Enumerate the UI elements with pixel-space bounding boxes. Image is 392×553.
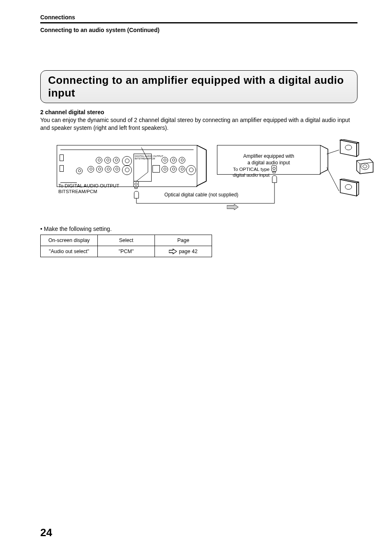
player-depth-icon xyxy=(196,145,207,187)
amplifier-label-2: a digital audio input xyxy=(247,160,290,166)
table-cell-osd: "Audio out select" xyxy=(41,246,98,257)
table-cell-page-text: page 42 xyxy=(179,249,197,254)
svg-point-17 xyxy=(345,145,352,150)
svg-marker-18 xyxy=(357,159,373,174)
svg-marker-25 xyxy=(169,249,177,254)
amplifier-label-1: Amplifier equipped with xyxy=(243,153,294,160)
player-rear-panel: DIGITAL AUDIO OUTPUT BITSTREAM/PCM xyxy=(57,145,197,187)
table-row: "Audio out select" "PCM" page 42 xyxy=(41,246,212,257)
settings-note: • Make the following setting. xyxy=(40,226,357,232)
svg-point-11 xyxy=(273,167,275,170)
signal-direction-arrow-icon xyxy=(227,204,238,210)
svg-marker-13 xyxy=(227,204,238,210)
table-row: On-screen display Select Page xyxy=(41,235,212,246)
table-header-osd: On-screen display xyxy=(41,235,98,246)
leader-line-icon xyxy=(133,147,150,184)
svg-marker-23 xyxy=(340,179,359,183)
svg-line-3 xyxy=(196,145,206,150)
subsection-header: Connecting to an audio system (Continued… xyxy=(40,27,357,33)
page-number: 24 xyxy=(40,526,52,539)
svg-point-19 xyxy=(361,163,369,170)
paragraph-body: You can enjoy the dynamic sound of 2 cha… xyxy=(40,116,357,132)
section-title-box: Connecting to an amplifier equipped with… xyxy=(40,70,357,103)
table-header-select: Select xyxy=(98,235,155,246)
speaker-icon xyxy=(339,179,359,197)
running-header: Connections xyxy=(40,14,357,21)
paragraph-heading: 2 channel digital stereo xyxy=(40,109,357,115)
optical-jack-icon xyxy=(271,165,277,173)
player-output-label-1: To DIGITAL AUDIO OUTPUT xyxy=(58,183,119,188)
svg-marker-22 xyxy=(357,182,359,196)
amp-input-label-2: digital audio input xyxy=(233,173,270,177)
svg-marker-15 xyxy=(357,143,359,157)
page-arrow-icon xyxy=(169,249,177,254)
svg-rect-12 xyxy=(273,171,275,173)
section-title: Connecting to an amplifier equipped with… xyxy=(48,74,350,99)
amp-input-label-1: To OPTICAL type xyxy=(233,167,270,172)
subwoofer-icon xyxy=(356,158,374,175)
table-cell-page: page 42 xyxy=(155,246,212,257)
connection-diagram: DIGITAL AUDIO OUTPUT BITSTREAM/PCM xyxy=(57,139,374,213)
svg-point-24 xyxy=(345,184,352,189)
cable-label: Optical digital cable (not supplied) xyxy=(164,192,238,198)
settings-table: On-screen display Select Page "Audio out… xyxy=(40,235,212,258)
svg-point-20 xyxy=(363,165,367,168)
table-header-page: Page xyxy=(155,235,212,246)
svg-rect-10 xyxy=(272,166,277,171)
svg-marker-14 xyxy=(340,140,357,157)
speaker-icon xyxy=(339,139,359,157)
svg-marker-16 xyxy=(340,139,359,143)
svg-marker-21 xyxy=(340,180,357,196)
player-output-label-2: BITSTREAM/PCM xyxy=(58,189,97,194)
table-cell-select: "PCM" xyxy=(98,246,155,257)
header-rule xyxy=(40,22,357,23)
